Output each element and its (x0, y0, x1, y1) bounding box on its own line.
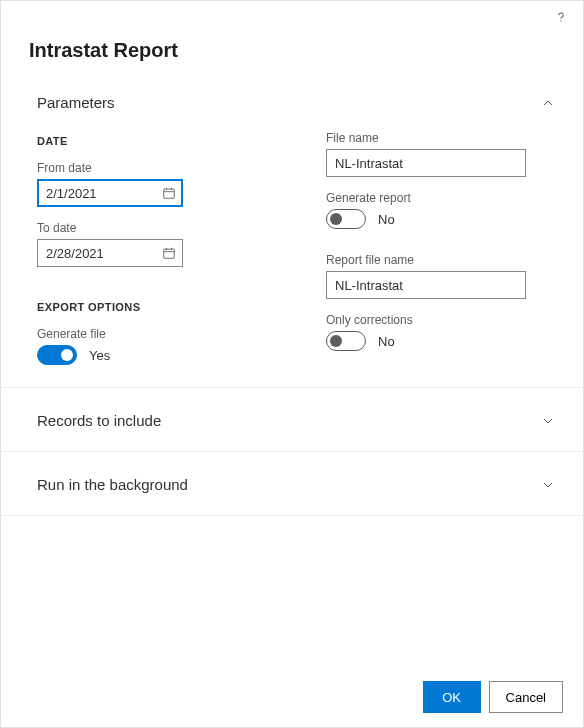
cancel-button[interactable]: Cancel (489, 681, 563, 713)
date-group-label: DATE (37, 135, 266, 147)
export-group-label: EXPORT OPTIONS (37, 301, 266, 313)
calendar-icon[interactable] (161, 185, 177, 201)
only-corrections-label: Only corrections (326, 313, 555, 327)
calendar-icon[interactable] (161, 245, 177, 261)
generate-file-state: Yes (89, 348, 110, 363)
file-name-input[interactable] (326, 149, 526, 177)
to-date-label: To date (37, 221, 266, 235)
section-parameters-header[interactable]: Parameters (1, 70, 583, 119)
section-parameters-title: Parameters (37, 94, 115, 111)
file-name-label: File name (326, 131, 555, 145)
svg-point-0 (560, 20, 561, 21)
help-icon[interactable] (553, 9, 569, 25)
section-records-header[interactable]: Records to include (1, 388, 583, 452)
from-date-label: From date (37, 161, 266, 175)
section-background-title: Run in the background (37, 476, 188, 493)
section-parameters-body: DATE From date To date (1, 119, 583, 388)
page-title: Intrastat Report (29, 39, 559, 62)
svg-rect-1 (164, 189, 175, 198)
only-corrections-state: No (378, 334, 395, 349)
ok-button[interactable]: OK (423, 681, 481, 713)
chevron-down-icon (541, 478, 555, 492)
generate-report-label: Generate report (326, 191, 555, 205)
chevron-down-icon (541, 414, 555, 428)
generate-file-toggle[interactable] (37, 345, 77, 365)
chevron-up-icon (541, 96, 555, 110)
svg-rect-5 (164, 249, 175, 258)
section-background-header[interactable]: Run in the background (1, 452, 583, 516)
generate-file-label: Generate file (37, 327, 266, 341)
generate-report-toggle[interactable] (326, 209, 366, 229)
section-records-title: Records to include (37, 412, 161, 429)
report-file-name-label: Report file name (326, 253, 555, 267)
only-corrections-toggle[interactable] (326, 331, 366, 351)
report-file-name-input[interactable] (326, 271, 526, 299)
generate-report-state: No (378, 212, 395, 227)
